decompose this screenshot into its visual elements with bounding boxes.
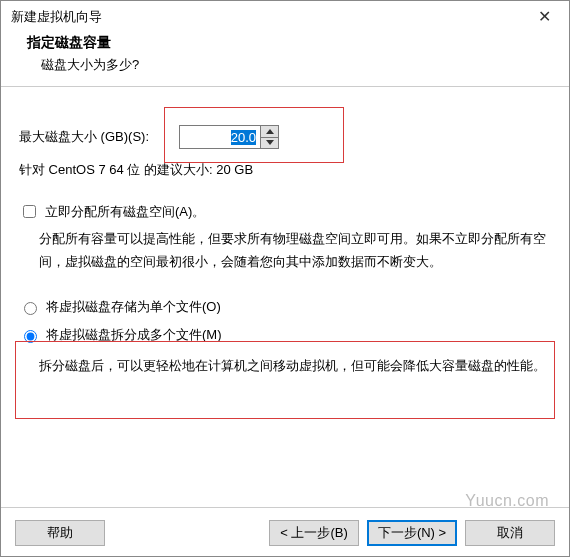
disk-size-input[interactable]	[180, 126, 260, 148]
allocate-now-checkbox[interactable]	[23, 205, 36, 218]
next-button[interactable]: 下一步(N) >	[367, 520, 457, 546]
page-subtitle: 磁盘大小为多少?	[41, 56, 543, 74]
store-split-description: 拆分磁盘后，可以更轻松地在计算机之间移动虚拟机，但可能会降低大容量磁盘的性能。	[39, 354, 547, 377]
wizard-content: 最大磁盘大小 (GB)(S): 针对 CentOS 7 64 位 的建议大小: …	[1, 87, 569, 387]
wizard-header: 指定磁盘容量 磁盘大小为多少?	[1, 30, 569, 87]
disk-size-label: 最大磁盘大小 (GB)(S):	[19, 128, 179, 146]
disk-size-row: 最大磁盘大小 (GB)(S):	[19, 125, 551, 149]
store-split-row: 将虚拟磁盘拆分成多个文件(M)	[19, 326, 551, 344]
chevron-up-icon	[266, 129, 274, 134]
footer-divider	[1, 507, 569, 508]
wizard-footer: 帮助 < 上一步(B) 下一步(N) > 取消	[1, 520, 569, 546]
allocate-now-label: 立即分配所有磁盘空间(A)。	[45, 203, 205, 221]
suggested-size-text: 针对 CentOS 7 64 位 的建议大小: 20 GB	[19, 161, 551, 179]
store-single-label: 将虚拟磁盘存储为单个文件(O)	[46, 298, 221, 316]
cancel-button[interactable]: 取消	[465, 520, 555, 546]
window-title: 新建虚拟机向导	[11, 8, 102, 26]
chevron-down-icon	[266, 140, 274, 145]
allocate-now-row: 立即分配所有磁盘空间(A)。	[19, 203, 551, 221]
store-single-row: 将虚拟磁盘存储为单个文件(O)	[19, 298, 551, 316]
titlebar: 新建虚拟机向导 ✕	[1, 1, 569, 30]
store-split-radio[interactable]	[24, 330, 37, 343]
back-button[interactable]: < 上一步(B)	[269, 520, 359, 546]
spinner-buttons	[260, 126, 278, 148]
wizard-window: 新建虚拟机向导 ✕ 指定磁盘容量 磁盘大小为多少? 最大磁盘大小 (GB)(S)…	[0, 0, 570, 557]
close-button[interactable]: ✕	[529, 7, 559, 26]
allocate-now-description: 分配所有容量可以提高性能，但要求所有物理磁盘空间立即可用。如果不立即分配所有空间…	[39, 227, 547, 274]
page-title: 指定磁盘容量	[27, 34, 543, 52]
disk-size-spinner[interactable]	[179, 125, 279, 149]
svg-marker-0	[266, 129, 274, 134]
svg-marker-1	[266, 140, 274, 145]
spinner-up-button[interactable]	[261, 126, 278, 138]
store-split-label: 将虚拟磁盘拆分成多个文件(M)	[46, 326, 222, 344]
help-button[interactable]: 帮助	[15, 520, 105, 546]
store-single-radio[interactable]	[24, 302, 37, 315]
spinner-down-button[interactable]	[261, 138, 278, 149]
footer-right-group: < 上一步(B) 下一步(N) > 取消	[269, 520, 555, 546]
